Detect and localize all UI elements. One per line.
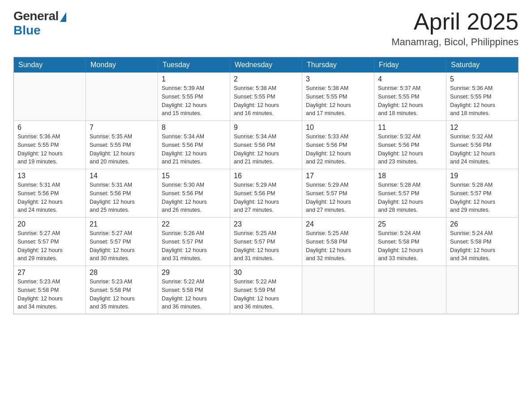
- day-number: 6: [17, 124, 82, 132]
- day-info: Sunrise: 5:22 AM Sunset: 5:58 PM Dayligh…: [162, 278, 226, 311]
- calendar-cell: 26Sunrise: 5:24 AM Sunset: 5:58 PM Dayli…: [446, 218, 519, 266]
- day-info: Sunrise: 5:24 AM Sunset: 5:58 PM Dayligh…: [378, 229, 442, 263]
- day-info: Sunrise: 5:36 AM Sunset: 5:55 PM Dayligh…: [450, 84, 515, 118]
- calendar-header-thursday: Thursday: [302, 57, 374, 73]
- day-number: 11: [378, 124, 442, 132]
- day-number: 20: [17, 220, 82, 228]
- day-number: 22: [162, 220, 226, 228]
- calendar-cell: 7Sunrise: 5:35 AM Sunset: 5:55 PM Daylig…: [86, 121, 158, 169]
- calendar-header-friday: Friday: [374, 57, 446, 73]
- day-info: Sunrise: 5:36 AM Sunset: 5:55 PM Dayligh…: [17, 133, 82, 166]
- calendar-cell: 22Sunrise: 5:26 AM Sunset: 5:57 PM Dayli…: [158, 218, 230, 266]
- calendar-cell: 29Sunrise: 5:22 AM Sunset: 5:58 PM Dayli…: [158, 266, 230, 314]
- calendar-cell: 12Sunrise: 5:32 AM Sunset: 5:56 PM Dayli…: [446, 121, 519, 169]
- calendar-cell: 2Sunrise: 5:38 AM Sunset: 5:55 PM Daylig…: [230, 73, 302, 121]
- day-number: 7: [90, 124, 154, 132]
- page-header: General Blue April 2025 Manamrag, Bicol,…: [13, 9, 519, 48]
- calendar-cell: 15Sunrise: 5:30 AM Sunset: 5:56 PM Dayli…: [158, 169, 230, 218]
- day-number: 23: [234, 220, 298, 228]
- day-number: 24: [306, 220, 370, 228]
- calendar-cell: 5Sunrise: 5:36 AM Sunset: 5:55 PM Daylig…: [446, 73, 519, 121]
- day-number: 29: [162, 269, 226, 277]
- calendar-cell: 16Sunrise: 5:29 AM Sunset: 5:56 PM Dayli…: [230, 169, 302, 218]
- day-info: Sunrise: 5:26 AM Sunset: 5:57 PM Dayligh…: [162, 229, 226, 263]
- calendar-week-row: 27Sunrise: 5:23 AM Sunset: 5:58 PM Dayli…: [14, 266, 519, 314]
- calendar-cell: 8Sunrise: 5:34 AM Sunset: 5:56 PM Daylig…: [158, 121, 230, 169]
- calendar-header-monday: Monday: [86, 57, 158, 73]
- day-number: 13: [17, 172, 82, 180]
- calendar-header-tuesday: Tuesday: [158, 57, 230, 73]
- calendar-week-row: 6Sunrise: 5:36 AM Sunset: 5:55 PM Daylig…: [14, 121, 519, 169]
- logo: General Blue: [13, 9, 66, 38]
- day-info: Sunrise: 5:32 AM Sunset: 5:56 PM Dayligh…: [378, 133, 442, 166]
- day-info: Sunrise: 5:33 AM Sunset: 5:56 PM Dayligh…: [306, 133, 370, 166]
- day-number: 3: [306, 75, 370, 83]
- calendar-cell: 4Sunrise: 5:37 AM Sunset: 5:55 PM Daylig…: [374, 73, 446, 121]
- calendar-cell: [86, 73, 158, 121]
- title-section: April 2025 Manamrag, Bicol, Philippines: [391, 9, 519, 48]
- calendar-cell: 6Sunrise: 5:36 AM Sunset: 5:55 PM Daylig…: [14, 121, 86, 169]
- calendar-cell: [14, 73, 86, 121]
- calendar-week-row: 13Sunrise: 5:31 AM Sunset: 5:56 PM Dayli…: [14, 169, 519, 218]
- day-number: 28: [90, 269, 154, 277]
- calendar-cell: 11Sunrise: 5:32 AM Sunset: 5:56 PM Dayli…: [374, 121, 446, 169]
- day-number: 14: [90, 172, 154, 180]
- calendar-cell: 10Sunrise: 5:33 AM Sunset: 5:56 PM Dayli…: [302, 121, 374, 169]
- day-info: Sunrise: 5:28 AM Sunset: 5:57 PM Dayligh…: [450, 181, 515, 214]
- calendar-cell: [302, 266, 374, 314]
- calendar-cell: 18Sunrise: 5:28 AM Sunset: 5:57 PM Dayli…: [374, 169, 446, 218]
- day-number: 8: [162, 124, 226, 132]
- logo-blue-text: Blue: [13, 23, 41, 38]
- day-number: 26: [450, 220, 515, 228]
- day-info: Sunrise: 5:31 AM Sunset: 5:56 PM Dayligh…: [90, 181, 154, 214]
- calendar-table: SundayMondayTuesdayWednesdayThursdayFrid…: [13, 57, 519, 314]
- day-info: Sunrise: 5:30 AM Sunset: 5:56 PM Dayligh…: [162, 181, 226, 214]
- day-info: Sunrise: 5:24 AM Sunset: 5:58 PM Dayligh…: [450, 229, 515, 263]
- calendar-cell: [374, 266, 446, 314]
- day-number: 18: [378, 172, 442, 180]
- day-info: Sunrise: 5:25 AM Sunset: 5:57 PM Dayligh…: [234, 229, 298, 263]
- day-info: Sunrise: 5:27 AM Sunset: 5:57 PM Dayligh…: [90, 229, 154, 263]
- day-info: Sunrise: 5:25 AM Sunset: 5:58 PM Dayligh…: [306, 229, 370, 263]
- calendar-cell: 9Sunrise: 5:34 AM Sunset: 5:56 PM Daylig…: [230, 121, 302, 169]
- calendar-week-row: 20Sunrise: 5:27 AM Sunset: 5:57 PM Dayli…: [14, 218, 519, 266]
- day-number: 4: [378, 75, 442, 83]
- calendar-cell: 27Sunrise: 5:23 AM Sunset: 5:58 PM Dayli…: [14, 266, 86, 314]
- day-info: Sunrise: 5:37 AM Sunset: 5:55 PM Dayligh…: [378, 84, 442, 118]
- calendar-cell: 19Sunrise: 5:28 AM Sunset: 5:57 PM Dayli…: [446, 169, 519, 218]
- logo-general-text: General: [13, 9, 59, 23]
- day-info: Sunrise: 5:23 AM Sunset: 5:58 PM Dayligh…: [17, 278, 82, 311]
- day-number: 2: [234, 75, 298, 83]
- day-info: Sunrise: 5:34 AM Sunset: 5:56 PM Dayligh…: [234, 133, 298, 166]
- calendar-cell: [446, 266, 519, 314]
- day-number: 9: [234, 124, 298, 132]
- day-number: 12: [450, 124, 515, 132]
- day-number: 15: [162, 172, 226, 180]
- day-info: Sunrise: 5:32 AM Sunset: 5:56 PM Dayligh…: [450, 133, 515, 166]
- calendar-cell: 30Sunrise: 5:22 AM Sunset: 5:59 PM Dayli…: [230, 266, 302, 314]
- calendar-header-row: SundayMondayTuesdayWednesdayThursdayFrid…: [14, 57, 519, 73]
- calendar-cell: 28Sunrise: 5:23 AM Sunset: 5:58 PM Dayli…: [86, 266, 158, 314]
- day-info: Sunrise: 5:29 AM Sunset: 5:56 PM Dayligh…: [234, 181, 298, 214]
- calendar-cell: 17Sunrise: 5:29 AM Sunset: 5:57 PM Dayli…: [302, 169, 374, 218]
- day-number: 27: [17, 269, 82, 277]
- logo-triangle-icon: [60, 12, 66, 22]
- day-info: Sunrise: 5:27 AM Sunset: 5:57 PM Dayligh…: [17, 229, 82, 263]
- calendar-cell: 3Sunrise: 5:38 AM Sunset: 5:55 PM Daylig…: [302, 73, 374, 121]
- day-info: Sunrise: 5:23 AM Sunset: 5:58 PM Dayligh…: [90, 278, 154, 311]
- month-title: April 2025: [391, 9, 519, 34]
- day-info: Sunrise: 5:31 AM Sunset: 5:56 PM Dayligh…: [17, 181, 82, 214]
- day-number: 1: [162, 75, 226, 83]
- day-info: Sunrise: 5:39 AM Sunset: 5:55 PM Dayligh…: [162, 84, 226, 118]
- day-info: Sunrise: 5:38 AM Sunset: 5:55 PM Dayligh…: [234, 84, 298, 118]
- day-number: 25: [378, 220, 442, 228]
- day-number: 17: [306, 172, 370, 180]
- calendar-header-saturday: Saturday: [446, 57, 519, 73]
- day-number: 21: [90, 220, 154, 228]
- calendar-cell: 24Sunrise: 5:25 AM Sunset: 5:58 PM Dayli…: [302, 218, 374, 266]
- day-info: Sunrise: 5:34 AM Sunset: 5:56 PM Dayligh…: [162, 133, 226, 166]
- calendar-cell: 20Sunrise: 5:27 AM Sunset: 5:57 PM Dayli…: [14, 218, 86, 266]
- day-info: Sunrise: 5:29 AM Sunset: 5:57 PM Dayligh…: [306, 181, 370, 214]
- day-info: Sunrise: 5:35 AM Sunset: 5:55 PM Dayligh…: [90, 133, 154, 166]
- location-title: Manamrag, Bicol, Philippines: [391, 36, 519, 48]
